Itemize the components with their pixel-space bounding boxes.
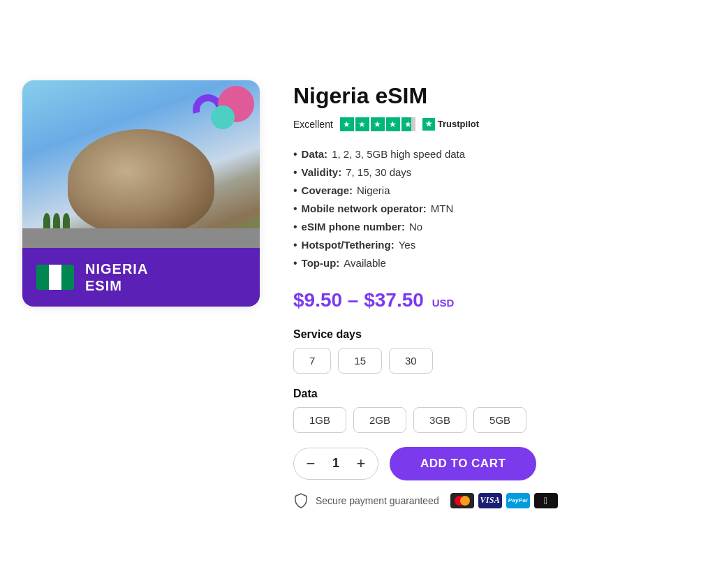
paypal-icon: PayPal [506,493,530,508]
trees-decoration [43,213,70,228]
feature-phone-key: eSIM phone number: [302,221,405,233]
feature-validity-val: 7, 15, 30 days [346,166,411,178]
data-section: Data 1GB 2GB 3GB 5GB [293,388,693,433]
feature-validity-key: Validity: [302,166,342,178]
service-days-label: Service days [293,328,693,341]
flag-title: NIGERIA ESIM [85,260,148,294]
star-1: ★ [340,117,354,131]
feature-topup: Top-up: Available [293,254,693,272]
feature-hotspot: Hotspot/Tethering: Yes [293,236,693,254]
shield-icon [293,493,309,508]
payment-icons: VISA PayPal  [450,493,558,508]
deco-circle-teal [211,105,235,129]
mastercard-icon [450,493,474,508]
product-photo [22,80,260,248]
trustpilot-row: Excellent ★ ★ ★ ★ ★ ★ Trustpilot [293,117,693,131]
product-container: NIGERIA ESIM Nigeria eSIM Excellent ★ ★ … [22,80,693,508]
apple-pay-icon:  [534,493,558,508]
service-day-30[interactable]: 30 [389,348,433,374]
flag-title-line2: ESIM [85,277,148,294]
feature-phone-number: eSIM phone number: No [293,218,693,236]
price-range: $9.50 – $37.50 [293,289,429,311]
price-separator: – [348,289,364,311]
flag-stripe-left [36,265,49,290]
data-3gb[interactable]: 3GB [413,407,466,433]
feature-phone-val: No [409,221,422,233]
quantity-value: 1 [325,456,347,471]
product-info: Nigeria eSIM Excellent ★ ★ ★ ★ ★ ★ Trust… [293,80,693,508]
service-days-buttons: 7 15 30 [293,348,693,374]
add-to-cart-button[interactable]: ADD TO CART [390,447,536,480]
service-day-7[interactable]: 7 [293,348,331,374]
price-currency: USD [432,297,455,309]
feature-operator-key: Mobile network operator: [302,203,427,214]
data-2gb[interactable]: 2GB [353,407,406,433]
feature-data-key: Data: [302,148,328,160]
price-max: $37.50 [364,289,424,311]
star-5-half: ★ [401,117,415,131]
feature-hotspot-key: Hotspot/Tethering: [302,239,395,251]
flag-stripe-right [61,265,74,290]
feature-coverage-key: Coverage: [302,184,353,196]
quantity-increase-button[interactable]: + [347,448,375,479]
star-4: ★ [386,117,400,131]
star-2: ★ [355,117,369,131]
trustpilot-platform: Trustpilot [438,119,479,129]
feature-coverage: Coverage: Nigeria [293,182,693,200]
trustpilot-logo: ★ Trustpilot [422,118,479,131]
feature-data: Data: 1, 2, 3, 5GB high speed data [293,145,693,163]
feature-data-val: 1, 2, 3, 5GB high speed data [332,148,465,160]
data-1gb[interactable]: 1GB [293,407,346,433]
quantity-control: − 1 + [293,448,378,480]
visa-icon: VISA [478,493,502,508]
star-3: ★ [371,117,385,131]
feature-coverage-val: Nigeria [357,184,390,196]
feature-operator-val: MTN [431,203,454,214]
road-decoration [22,228,260,248]
service-days-section: Service days 7 15 30 [293,328,693,374]
feature-validity: Validity: 7, 15, 30 days [293,163,693,182]
feature-operator: Mobile network operator: MTN [293,200,693,218]
trustpilot-label: Excellent [293,119,333,130]
price-min: $9.50 [293,289,342,311]
data-buttons: 1GB 2GB 3GB 5GB [293,407,693,433]
features-list: Data: 1, 2, 3, 5GB high speed data Valid… [293,145,693,272]
cart-row: − 1 + ADD TO CART [293,447,693,480]
product-image-wrap: NIGERIA ESIM [22,80,260,307]
flag-banner: NIGERIA ESIM [22,248,260,307]
flag-title-line1: NIGERIA [85,260,148,277]
data-5gb[interactable]: 5GB [473,407,526,433]
service-day-15[interactable]: 15 [338,348,382,374]
secure-payment-row: Secure payment guaranteed VISA PayPal  [293,493,693,508]
secure-payment-label: Secure payment guaranteed [316,495,439,506]
quantity-decrease-button[interactable]: − [297,448,325,479]
product-title: Nigeria eSIM [293,83,693,109]
nigeria-flag [36,265,74,290]
feature-hotspot-val: Yes [399,239,415,251]
feature-topup-val: Available [344,257,386,269]
feature-topup-key: Top-up: [302,257,340,269]
data-label: Data [293,388,693,400]
flag-stripe-center [49,265,61,290]
price-row: $9.50 – $37.50 USD [293,289,693,311]
stars-container: ★ ★ ★ ★ ★ [340,117,415,131]
rock-decoration [68,129,214,234]
trustpilot-star-icon: ★ [422,118,435,131]
